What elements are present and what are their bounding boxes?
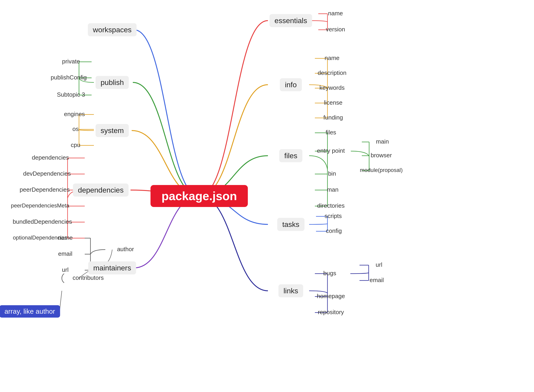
svg-text:config: config <box>326 227 342 234</box>
svg-text:entry point: entry point <box>317 147 345 154</box>
svg-text:email: email <box>370 277 384 284</box>
svg-text:os: os <box>72 126 79 132</box>
svg-text:bugs: bugs <box>323 270 336 277</box>
svg-text:name: name <box>58 234 73 241</box>
svg-text:version: version <box>326 26 345 33</box>
node-info: info <box>280 78 302 91</box>
node-files: files <box>279 149 303 162</box>
svg-text:url: url <box>62 266 69 273</box>
node-system: system <box>95 124 129 137</box>
svg-text:module(proposal): module(proposal) <box>360 167 403 173</box>
svg-text:url: url <box>376 261 382 268</box>
svg-text:engines: engines <box>64 111 85 117</box>
node-dependencies: dependencies <box>73 184 128 197</box>
center-label: package.json <box>161 189 237 203</box>
svg-text:author: author <box>117 246 134 252</box>
svg-text:browser: browser <box>371 152 392 159</box>
array-like-author-badge: array, like author <box>0 305 60 317</box>
svg-text:man: man <box>327 186 339 193</box>
node-workspaces: workspaces <box>88 23 137 36</box>
svg-text:private: private <box>62 58 80 65</box>
svg-text:directories: directories <box>317 202 345 209</box>
center-node: package.json <box>150 185 248 207</box>
svg-text:license: license <box>324 99 342 106</box>
svg-text:description: description <box>318 69 347 76</box>
svg-text:scripts: scripts <box>324 212 342 219</box>
svg-text:bin: bin <box>328 170 336 177</box>
svg-text:homepage: homepage <box>317 293 345 299</box>
svg-text:keywords: keywords <box>319 84 345 91</box>
svg-text:funding: funding <box>323 114 343 121</box>
svg-text:devDependencies: devDependencies <box>23 170 71 177</box>
svg-text:name: name <box>324 55 339 61</box>
svg-text:name: name <box>328 10 343 17</box>
node-links: links <box>278 284 303 297</box>
node-tasks: tasks <box>277 218 304 231</box>
svg-text:peerDependenciesMeta: peerDependenciesMeta <box>11 202 69 209</box>
node-maintainers: maintainers <box>88 261 136 275</box>
svg-text:repository: repository <box>318 309 344 316</box>
svg-text:contributors: contributors <box>73 274 104 281</box>
node-essentials: essentials <box>270 14 312 27</box>
svg-text:Subtopic 3: Subtopic 3 <box>57 91 85 98</box>
svg-text:publishConfig: publishConfig <box>51 74 87 81</box>
svg-text:email: email <box>58 250 72 257</box>
svg-text:files: files <box>326 129 336 136</box>
svg-text:cpu: cpu <box>71 141 80 148</box>
node-publish: publish <box>95 76 129 89</box>
svg-text:main: main <box>376 138 389 145</box>
svg-text:bundledDependencies: bundledDependencies <box>13 218 72 225</box>
svg-text:peerDependencies: peerDependencies <box>20 186 70 193</box>
svg-text:dependencies: dependencies <box>32 154 69 161</box>
